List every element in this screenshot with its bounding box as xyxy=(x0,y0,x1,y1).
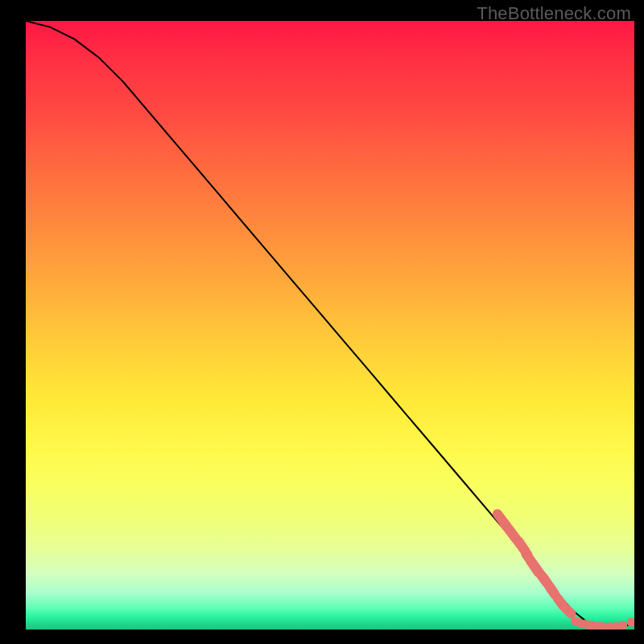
plot-area xyxy=(26,21,634,630)
watermark-text: TheBottleneck.com xyxy=(477,3,631,24)
chart-svg xyxy=(26,21,634,630)
marker-dot xyxy=(618,621,627,630)
marker-segment xyxy=(566,609,571,613)
marker-segments-group xyxy=(497,514,572,613)
marker-segment xyxy=(558,598,564,606)
main-curve xyxy=(26,21,634,629)
marker-segment xyxy=(551,588,555,595)
marker-dots-group xyxy=(571,617,634,630)
